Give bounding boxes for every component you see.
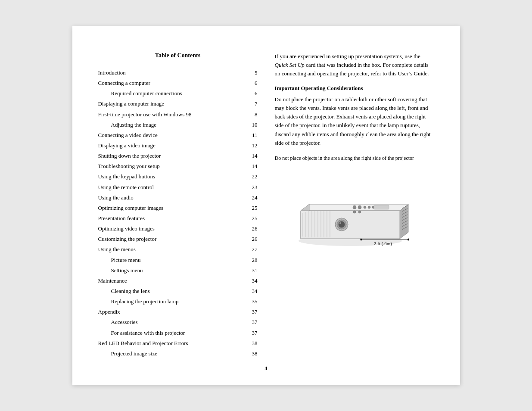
svg-point-34	[339, 222, 341, 224]
toc-item-page: 14	[249, 161, 257, 171]
svg-point-26	[364, 206, 366, 209]
toc-item-label: Optimizing video images	[98, 224, 249, 234]
diagram-caption: Do not place objects in the area along t…	[275, 154, 434, 162]
toc-item-label: Using the keypad buttons	[98, 171, 249, 182]
toc-item: Shutting down the projector14	[98, 151, 258, 161]
toc-item: Replacing the projection lamp35	[98, 296, 258, 307]
toc-item-page: 8	[249, 109, 257, 120]
toc-item-label: For assistance with this projector	[98, 328, 249, 338]
toc-item: Red LED Behavior and Projector Errors38	[98, 338, 258, 349]
toc-item-page: 28	[249, 255, 257, 265]
toc-item-label: Required computer connections	[98, 88, 249, 99]
toc-title: Table of Contents	[98, 52, 258, 59]
toc-item-page: 5	[249, 68, 257, 78]
toc-item: Presentation features25	[98, 213, 258, 224]
toc-item-label: Appendix	[98, 307, 249, 317]
toc-item: Connecting a video device11	[98, 130, 258, 140]
toc-item-label: Connecting a video device	[98, 130, 249, 140]
toc-item-page: 34	[249, 286, 257, 296]
toc-item-page: 38	[249, 349, 257, 359]
toc-item-label: Replacing the projection lamp	[98, 296, 249, 307]
toc-item-page: 23	[249, 182, 257, 193]
toc-item-page: 34	[249, 276, 257, 286]
toc-item: Appendix37	[98, 307, 258, 317]
toc-item-label: Adjusting the image	[98, 120, 249, 130]
svg-point-25	[358, 206, 361, 209]
right-column: If you are experienced in setting up pre…	[275, 52, 434, 359]
toc-item-label: Using the audio	[98, 193, 249, 203]
svg-rect-35	[374, 205, 389, 209]
toc-item: Required computer connections6	[98, 88, 258, 99]
toc-item-label: First-time projector use with Windows 98	[98, 109, 249, 120]
toc-item: Picture menu28	[98, 255, 258, 265]
toc-item: Displaying a video image12	[98, 140, 258, 151]
operating-considerations-body: Do not place the projector on a tableclo…	[275, 95, 434, 147]
toc-item: Connecting a computer6	[98, 78, 258, 88]
toc-item-label: Maintenance	[98, 276, 249, 286]
toc-item-label: Connecting a computer	[98, 78, 249, 88]
svg-point-30	[358, 211, 361, 213]
toc-item: Introduction5	[98, 68, 258, 78]
intro-italic: Quick Set Up	[275, 62, 305, 68]
toc-item-page: 26	[249, 224, 257, 234]
intro-text-before: If you are experienced in setting up pre…	[275, 53, 420, 59]
projector-diagram: 2 ft (.6m)	[275, 165, 434, 252]
svg-point-29	[353, 211, 356, 213]
toc-item-page: 31	[249, 265, 257, 276]
toc-item-page: 24	[249, 193, 257, 203]
toc-item-page: 35	[249, 296, 257, 307]
toc-item-label: Shutting down the projector	[98, 151, 249, 161]
toc-item-page: 6	[249, 78, 257, 88]
toc-item: Maintenance34	[98, 276, 258, 286]
toc-item: Projected image size38	[98, 349, 258, 359]
toc-item: Cleaning the lens34	[98, 286, 258, 296]
toc-item: First-time projector use with Windows 98…	[98, 109, 258, 120]
page-number: 4	[264, 365, 268, 372]
svg-point-24	[353, 206, 356, 209]
toc-item-label: Picture menu	[98, 255, 249, 265]
toc-item: Adjusting the image10	[98, 120, 258, 130]
toc-item: Optimizing video images26	[98, 224, 258, 234]
toc-column: Table of Contents Introduction5Connectin…	[98, 52, 258, 359]
toc-item-page: 7	[249, 99, 257, 109]
svg-marker-5	[301, 211, 400, 239]
toc-item-label: Using the remote control	[98, 182, 249, 193]
toc-item-page: 27	[249, 244, 257, 255]
intro-paragraph: If you are experienced in setting up pre…	[275, 52, 434, 78]
toc-table: Introduction5Connecting a computer6Requi…	[98, 68, 258, 359]
toc-item-page: 38	[249, 338, 257, 349]
measurement-label: 2 ft (.6m)	[374, 241, 392, 246]
toc-item: Using the audio24	[98, 193, 258, 203]
toc-item-label: Displaying a computer image	[98, 99, 249, 109]
toc-item-label: Cleaning the lens	[98, 286, 249, 296]
toc-item-page: 25	[249, 213, 257, 224]
toc-item-label: Troubleshooting your setup	[98, 161, 249, 171]
toc-item-label: Settings menu	[98, 265, 249, 276]
toc-item-label: Displaying a video image	[98, 140, 249, 151]
toc-item-page: 22	[249, 171, 257, 182]
toc-item: Accessories37	[98, 317, 258, 327]
page: Table of Contents Introduction5Connectin…	[72, 26, 460, 385]
toc-item-page: 12	[249, 140, 257, 151]
toc-item: Displaying a computer image7	[98, 99, 258, 109]
toc-item-label: Projected image size	[98, 349, 249, 359]
toc-item: Troubleshooting your setup14	[98, 161, 258, 171]
operating-considerations-heading: Important Operating Considerations	[275, 84, 434, 93]
toc-item-page: 6	[249, 88, 257, 99]
toc-item-label: Optimizing computer images	[98, 203, 249, 213]
toc-item-label: Introduction	[98, 68, 249, 78]
toc-item-page: 10	[249, 120, 257, 130]
toc-item-label: Using the menus	[98, 244, 249, 255]
toc-item: Using the keypad buttons22	[98, 171, 258, 182]
toc-item: Settings menu31	[98, 265, 258, 276]
toc-item-page: 14	[249, 151, 257, 161]
toc-item-page: 26	[249, 234, 257, 244]
toc-item-label: Customizing the projector	[98, 234, 249, 244]
toc-item: Using the remote control23	[98, 182, 258, 193]
toc-item-page: 25	[249, 203, 257, 213]
toc-item-page: 37	[249, 328, 257, 338]
toc-item: For assistance with this projector37	[98, 328, 258, 338]
toc-item: Customizing the projector26	[98, 234, 258, 244]
toc-item-page: 37	[249, 317, 257, 327]
toc-item-page: 11	[249, 130, 257, 140]
